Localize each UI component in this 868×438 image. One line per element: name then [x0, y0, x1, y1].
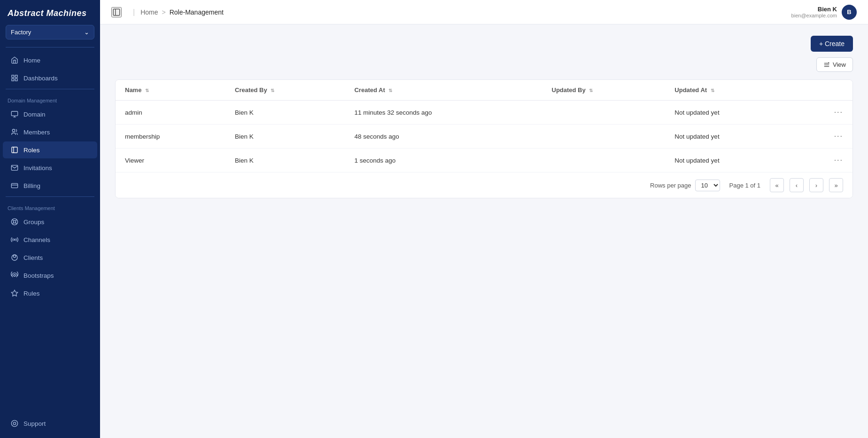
sidebar-item-channels-label: Channels: [23, 236, 50, 243]
cell-name: membership: [116, 125, 225, 149]
col-actions: [795, 80, 852, 101]
factory-selector[interactable]: Factory ⌄: [6, 25, 94, 39]
breadcrumb-separator: >: [162, 8, 166, 16]
table-header: Name ⇅ Created By ⇅ Created At ⇅ Updat: [116, 80, 852, 101]
row-actions-button[interactable]: ···: [795, 149, 852, 172]
sort-created-by-icon: ⇅: [271, 88, 274, 93]
cell-updated-by: [542, 101, 666, 125]
members-icon: [10, 128, 19, 136]
cell-created-at: 1 seconds ago: [345, 149, 542, 172]
sidebar-item-members[interactable]: Members: [3, 124, 97, 141]
sidebar-item-rules[interactable]: Rules: [3, 285, 97, 302]
sort-name-icon: ⇅: [145, 88, 149, 93]
domain-section-label: Domain Management: [0, 93, 100, 105]
col-created-at[interactable]: Created At ⇅: [345, 80, 542, 101]
roles-table: Name ⇅ Created By ⇅ Created At ⇅ Updat: [116, 80, 852, 172]
sidebar-item-clients[interactable]: Clients: [3, 249, 97, 266]
clients-icon: [10, 253, 19, 262]
col-created-by[interactable]: Created By ⇅: [225, 80, 345, 101]
sidebar-item-billing[interactable]: Billing: [3, 177, 97, 194]
svg-point-13: [13, 220, 16, 223]
svg-point-23: [11, 420, 17, 426]
dashboards-icon: [10, 74, 19, 82]
sidebar-item-clients-label: Clients: [23, 254, 43, 261]
channels-icon: [10, 235, 19, 244]
rows-per-page-select[interactable]: 10: [695, 180, 720, 191]
svg-marker-22: [11, 290, 17, 296]
invitations-icon: [10, 164, 19, 172]
first-page-button[interactable]: «: [770, 178, 784, 192]
billing-icon: [10, 181, 19, 190]
content-area: + Create View Name ⇅ Created By: [100, 24, 868, 438]
bootstraps-icon: [10, 271, 19, 280]
sidebar-divider-clients: [6, 196, 94, 197]
svg-rect-2: [12, 78, 14, 81]
sidebar-toggle-button[interactable]: [111, 7, 122, 17]
table-body: admin Bien K 11 minutes 32 seconds ago N…: [116, 101, 852, 172]
sidebar-item-roles-label: Roles: [23, 147, 40, 154]
sort-updated-by-icon: ⇅: [589, 88, 593, 93]
svg-rect-0: [12, 75, 14, 78]
chevron-down-icon: ⌄: [84, 29, 89, 36]
svg-line-15: [16, 223, 17, 224]
cell-name: Viewer: [116, 149, 225, 172]
row-actions-button[interactable]: ···: [795, 125, 852, 149]
svg-point-21: [14, 274, 16, 276]
user-email: bien@example.com: [791, 13, 837, 18]
create-button[interactable]: + Create: [811, 36, 853, 52]
cell-created-at: 48 seconds ago: [345, 125, 542, 149]
table-row: membership Bien K 48 seconds ago Not upd…: [116, 125, 852, 149]
sidebar-item-invitations-label: Invitations: [23, 164, 52, 172]
table-row: Viewer Bien K 1 seconds ago Not updated …: [116, 149, 852, 172]
sidebar-item-rules-label: Rules: [23, 290, 40, 297]
svg-rect-10: [11, 183, 17, 188]
sidebar-item-home[interactable]: Home: [3, 52, 97, 69]
sidebar-item-billing-label: Billing: [23, 182, 40, 189]
rows-per-page-control: Rows per page 10: [650, 180, 720, 191]
cell-created-at: 11 minutes 32 seconds ago: [345, 101, 542, 125]
view-button[interactable]: View: [816, 57, 853, 72]
sidebar-item-groups[interactable]: Groups: [3, 213, 97, 230]
next-page-button[interactable]: ›: [809, 178, 823, 192]
svg-point-7: [12, 129, 15, 132]
last-page-button[interactable]: »: [829, 178, 843, 192]
svg-rect-3: [15, 78, 17, 81]
breadcrumb-current: Role-Management: [170, 8, 224, 16]
factory-dropdown[interactable]: Factory: [11, 29, 84, 36]
clients-section-label: Clients Management: [0, 201, 100, 213]
sidebar-item-dashboards[interactable]: Dashboards: [3, 70, 97, 86]
sidebar-item-bootstraps[interactable]: Bootstraps: [3, 267, 97, 284]
cell-name: admin: [116, 101, 225, 125]
sidebar-item-support[interactable]: Support: [3, 415, 97, 432]
support-icon: [10, 419, 19, 428]
sidebar-item-domain[interactable]: Domain: [3, 106, 97, 123]
svg-rect-1: [15, 75, 17, 78]
svg-line-16: [16, 219, 17, 221]
sidebar: Abstract Machines Factory ⌄ Home Dashboa…: [0, 0, 100, 438]
roles-icon: [10, 146, 19, 154]
sidebar-item-channels[interactable]: Channels: [3, 231, 97, 248]
col-updated-at[interactable]: Updated At ⇅: [665, 80, 795, 101]
sidebar-item-roles[interactable]: Roles: [3, 141, 97, 158]
groups-icon: [10, 218, 19, 226]
col-updated-by[interactable]: Updated By ⇅: [542, 80, 666, 101]
page-info: Page 1 of 1: [729, 182, 761, 189]
svg-line-14: [12, 219, 14, 221]
prev-page-button[interactable]: ‹: [790, 178, 804, 192]
svg-line-17: [12, 223, 14, 224]
col-name[interactable]: Name ⇅: [116, 80, 225, 101]
svg-rect-25: [113, 9, 120, 16]
sidebar-divider-top: [6, 47, 94, 47]
sort-created-at-icon: ⇅: [388, 88, 392, 93]
cell-updated-at: Not updated yet: [665, 125, 795, 149]
cell-updated-by: [542, 125, 666, 149]
rules-icon: [10, 289, 19, 297]
breadcrumb-home[interactable]: Home: [140, 8, 158, 16]
cell-updated-at: Not updated yet: [665, 149, 795, 172]
sidebar-item-support-label: Support: [23, 420, 46, 427]
app-title: Abstract Machines: [8, 8, 87, 18]
svg-rect-8: [12, 147, 17, 153]
user-name: Bien K: [791, 6, 837, 13]
sidebar-item-invitations[interactable]: Invitations: [3, 159, 97, 176]
row-actions-button[interactable]: ···: [795, 101, 852, 125]
